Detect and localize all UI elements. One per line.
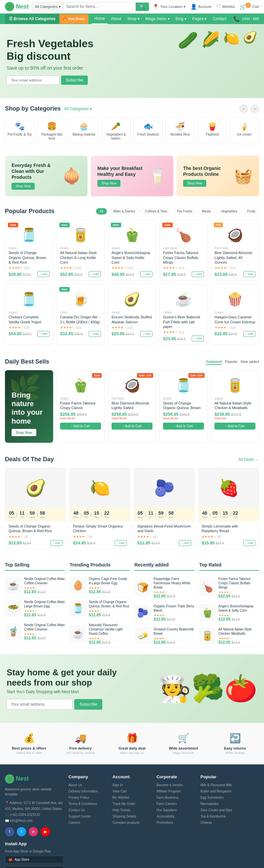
daily-tab-featured[interactable]: Featured [206, 359, 222, 365]
daily-add-cart-button[interactable]: ↑ Add to Cart [163, 423, 204, 430]
footer-link-anchor[interactable]: Cheese [201, 821, 212, 825]
appstore-badge[interactable]: 🍎 App Store [5, 856, 64, 863]
category-item[interactable]: 🍦Ice cream [230, 118, 259, 144]
footer-link-anchor[interactable]: Our Suppliers [156, 808, 177, 812]
banner-btn-1[interactable]: Shop Now [97, 180, 120, 187]
footer-link-anchor[interactable]: Careers [69, 821, 81, 825]
nav-link-shop[interactable]: Shop ▾ [124, 14, 142, 24]
footer-link-anchor[interactable]: My Wishlist [113, 796, 129, 799]
account-action[interactable]: 👤 Account [190, 4, 211, 10]
footer-link-anchor[interactable]: Accessibility [156, 814, 174, 818]
product-card[interactable]: Sale 🍗 Agriculture Foster Farms Takeout … [159, 220, 208, 281]
product-card[interactable]: New 🫑 Snack Angie's Boomchickapop Sweet … [108, 220, 156, 281]
footer-link-anchor[interactable]: Egg Substitutes [201, 796, 224, 799]
footer-link-anchor[interactable]: Help Tickets [113, 808, 130, 812]
filter-tab-pet-foods[interactable]: Pet Foods [174, 208, 196, 214]
footer-link-anchor[interactable]: Privacy Policy [69, 796, 89, 799]
footer-link-anchor[interactable]: Track My Order [113, 802, 135, 806]
deal-card[interactable]: 🍓 48Days : 05Hrs : 15Mins : 22Sec Simply… [198, 468, 259, 549]
list-item[interactable]: ☕ Nestle Original Coffee-Mate Coffee Cre… [5, 574, 65, 597]
search-button[interactable]: 🔍 [136, 3, 149, 11]
category-item[interactable]: 🐾Pet Foods & Toy [5, 118, 34, 144]
categories-next-button[interactable]: › [251, 104, 259, 113]
wishlist-action[interactable]: ♡ Wishlist [216, 4, 235, 10]
facebook-link[interactable]: f [5, 827, 14, 836]
deal-card[interactable]: 🥑 05Days : 11Hrs : 59Mins : 58Sec Seeds … [5, 468, 66, 549]
add-to-cart-button[interactable]: ↑ Add [140, 271, 152, 277]
search-input[interactable] [64, 3, 136, 10]
cart-action[interactable]: 🛒 0 Cart [240, 4, 259, 10]
daily-add-cart-button[interactable]: ↑ Add to Cart [112, 423, 152, 430]
list-item[interactable]: 🥫 All Natural Italian-Style Chicken Meat… [199, 624, 259, 648]
logo[interactable]: 🌿 Nest [5, 2, 29, 11]
daily-hero-card[interactable]: 🌿 Bring nature into your home Shop Now [5, 370, 53, 443]
add-to-cart-button[interactable]: ↑ Add [243, 271, 256, 277]
footer-link-anchor[interactable]: Promotions [156, 821, 173, 825]
list-item[interactable]: 🥗 Nestle Original Coffee-Mate Large Brow… [5, 597, 65, 620]
category-item[interactable]: 🧁Baking material [69, 118, 99, 144]
deal-add-button[interactable]: ↑ Add [50, 540, 62, 546]
instagram-link[interactable]: in [29, 827, 38, 836]
footer-link-anchor[interactable]: Farm Careers [156, 802, 177, 806]
list-item[interactable]: 🫑 Angie's Boomchickapop Sweet & Salty Co… [199, 601, 259, 624]
daily-add-cart-button[interactable]: ↑ Add to Cart [60, 423, 101, 430]
daily-hero-btn[interactable]: Shop Now [11, 429, 36, 436]
add-to-cart-button[interactable]: ↑ Add [89, 331, 101, 337]
product-card[interactable]: ☕ Coffee Gorton's Beer Battered Fish Fil… [159, 284, 208, 345]
daily-product-card[interactable]: Sale 🫑 Snack Foster Farms Takeout Crispy… [56, 370, 105, 443]
categories-prev-button[interactable]: ‹ [239, 104, 248, 113]
filter-tab-meats[interactable]: Meats [198, 208, 214, 214]
list-item[interactable]: 🥚 Organic Cage-Free Grade A Large Brown … [70, 574, 129, 597]
filter-tab-fruits[interactable]: Fruits [243, 208, 259, 214]
nav-link-home[interactable]: Home [92, 13, 108, 24]
filter-tab-milks-and-dairies[interactable]: Milks & Dairies [110, 208, 139, 214]
footer-link-anchor[interactable]: Sign In [113, 783, 123, 787]
hot-deals-link[interactable]: 🔥 Hot Deals [59, 14, 88, 24]
newsletter-subscribe-button[interactable]: Subscribe [74, 699, 102, 710]
twitter-link[interactable]: t [17, 827, 26, 836]
nav-link-blog[interactable]: Blog ▾ [173, 14, 189, 24]
banner-btn-0[interactable]: Shop Now [11, 183, 35, 190]
product-card[interactable]: New 🍺 Drink Canada Dry Ginger Ale - 2 L … [56, 284, 105, 345]
footer-link-anchor[interactable]: Milk & Flavoured Milk [201, 783, 232, 787]
daily-product-card[interactable]: 🥫 Snack All Natural Italian-Style Chicke… [211, 370, 259, 443]
footer-link-anchor[interactable]: Compare products [113, 821, 140, 825]
add-to-cart-button[interactable]: ↑ Add [140, 331, 152, 337]
deal-add-button[interactable]: ↑ Add [243, 540, 256, 546]
nav-link-contact[interactable]: Contact [210, 14, 229, 24]
googleplay-badge[interactable]: ▶ Google Play [5, 866, 64, 868]
deal-card[interactable]: 🍋 48Days : 05Hrs : 15Mins : 22Sec Perdue… [69, 468, 130, 549]
product-card[interactable]: 🫙 Yogurt Chobani Complete Vanilla Greek … [5, 284, 53, 345]
footer-link-anchor[interactable]: Butter and Margarine [201, 789, 232, 793]
footer-logo[interactable]: 🌿 Nest [5, 774, 64, 783]
daily-add-cart-button[interactable]: ↑ Add to Cart [214, 423, 256, 430]
daily-product-card[interactable]: Sale 10% 🫙 Snack Seeds of Change Organic… [159, 370, 208, 443]
location-action[interactable]: 📍 Your Location ▾ [152, 4, 185, 10]
filter-tab-vegetables[interactable]: Vegetables [217, 208, 241, 214]
footer-link-anchor[interactable]: About Us [69, 783, 82, 787]
nav-link-megamenu[interactable]: Mega menu ▾ [143, 14, 172, 24]
footer-link-anchor[interactable]: Tea & Kombucha [201, 814, 226, 818]
all-categories-dropdown[interactable]: All Categories ▾ [64, 106, 92, 111]
footer-link-anchor[interactable]: Shipping Details [113, 814, 136, 818]
product-card[interactable]: Hot 🥥 Pet Foods Blue Diamond Almonds Lig… [211, 220, 259, 281]
footer-link-anchor[interactable]: Contact Us [69, 808, 85, 812]
add-to-cart-button[interactable]: ↑ Add [89, 271, 101, 277]
deal-add-button[interactable]: ↑ Add [179, 540, 191, 546]
footer-link-anchor[interactable]: Sour Cream and Dips [201, 808, 232, 812]
banner-btn-2[interactable]: Shop Now [183, 180, 206, 187]
category-item[interactable]: 🥕Vegetables & tubers [101, 118, 131, 144]
footer-link-anchor[interactable]: View Cart [113, 789, 127, 793]
newsletter-email-input[interactable] [7, 699, 72, 710]
hero-email-input[interactable] [7, 75, 59, 85]
category-item[interactable]: 🍔Packaged fast food [37, 118, 66, 144]
filter-tab-coffees-and-teas[interactable]: Coffees & Teas [141, 208, 171, 214]
category-item[interactable]: 🍟Fastfood [198, 118, 227, 144]
add-to-cart-button[interactable]: ↑ Add [37, 271, 50, 277]
add-to-cart-button[interactable]: ↑ Add [243, 331, 256, 337]
footer-link-anchor[interactable]: Marmalades [201, 802, 219, 806]
category-item[interactable]: 🐟Fresh Seafood [133, 118, 163, 144]
list-item[interactable]: 🧋 Nestle Original Coffee-Mate Coffee Cre… [5, 620, 65, 643]
list-item[interactable]: 🍗 Foster Farms Takeout Crispy Classic Bu… [199, 574, 259, 601]
daily-tab-popular[interactable]: Popular [225, 359, 237, 365]
